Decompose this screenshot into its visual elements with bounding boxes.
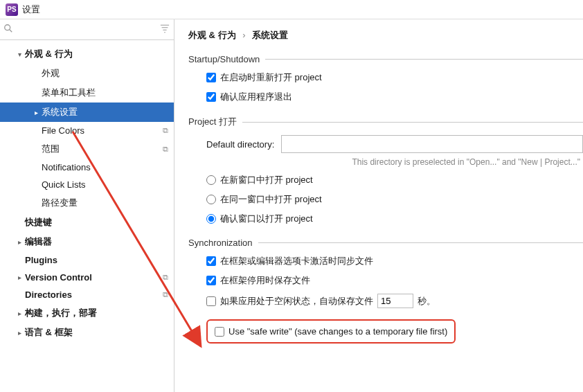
copy-icon: ⧉ xyxy=(163,273,168,282)
app-icon: PS xyxy=(6,3,18,16)
default-dir-hint: This directory is preselected in "Open..… xyxy=(206,157,583,167)
tree-item-15[interactable]: ▸语言 & 框架 xyxy=(0,323,174,342)
confirm-exit-label: 确认应用程序退出 xyxy=(220,91,292,103)
tree-item-label: Quick Lists xyxy=(42,179,86,190)
tree-item-14[interactable]: ▸构建，执行，部署 xyxy=(0,303,174,323)
copy-icon: ⧉ xyxy=(163,290,168,299)
open-new-window-radio[interactable] xyxy=(206,175,216,185)
confirm-exit-checkbox[interactable] xyxy=(206,92,216,102)
open-same-window-radio[interactable] xyxy=(206,195,216,204)
tree-item-label: Directories xyxy=(25,289,72,300)
sidebar: ▾外观 & 行为▸外观▸菜单和工具栏▸系统设置▸File Colors⧉▸范围⧉… xyxy=(0,19,174,392)
window-title: 设置 xyxy=(22,3,40,16)
chevron-down-icon: ▾ xyxy=(14,51,25,58)
tree-item-1[interactable]: ▸外观 xyxy=(0,64,174,83)
tree-item-4[interactable]: ▸File Colors⧉ xyxy=(0,122,174,139)
sync-deactivate-label: 在框架停用时保存文件 xyxy=(220,274,310,287)
idle-seconds-input[interactable] xyxy=(377,294,413,308)
safe-write-checkbox[interactable] xyxy=(215,327,224,337)
chevron-right-icon: ▸ xyxy=(30,109,42,116)
tree-item-label: 语言 & 框架 xyxy=(25,326,73,339)
search-input[interactable] xyxy=(14,23,160,36)
confirm-window-label: 确认窗口以打开 project xyxy=(220,213,313,225)
tree-item-label: File Colors xyxy=(42,125,84,136)
tree-item-12[interactable]: ▸Version Control⧉ xyxy=(0,269,174,286)
chevron-right-icon: ▸ xyxy=(14,310,25,317)
sync-activate-label: 在框架或编辑器选项卡激活时同步文件 xyxy=(220,255,373,267)
tree-item-label: 菜单和工具栏 xyxy=(42,87,96,99)
svg-line-1 xyxy=(10,30,12,33)
tree-item-label: Notifications xyxy=(42,162,91,172)
sync-group: Synchronization 在框架或编辑器选项卡激活时同步文件 在框架停用时… xyxy=(188,238,583,346)
tree-item-label: 范围 xyxy=(42,143,60,155)
breadcrumb: 外观 & 行为 › 系统设置 xyxy=(188,29,583,42)
content: 外观 & 行为 › 系统设置 Startup/Shutdown 在启动时重新打开… xyxy=(174,19,583,392)
breadcrumb-part: 外观 & 行为 xyxy=(188,30,236,40)
idle-save-label-post: 秒。 xyxy=(418,295,436,308)
search-icon xyxy=(3,24,14,35)
chevron-right-icon: ▸ xyxy=(14,274,25,281)
idle-save-checkbox[interactable] xyxy=(206,296,216,306)
main: ▾外观 & 行为▸外观▸菜单和工具栏▸系统设置▸File Colors⧉▸范围⧉… xyxy=(0,19,583,392)
project-open-group: Project 打开 Default directory: This direc… xyxy=(188,116,583,228)
tree-item-label: 编辑器 xyxy=(25,235,52,248)
reopen-checkbox[interactable] xyxy=(206,73,216,82)
tree-item-5[interactable]: ▸范围⧉ xyxy=(0,139,174,159)
tree-item-label: 外观 & 行为 xyxy=(25,48,73,60)
group-legend: Synchronization xyxy=(188,238,258,248)
chevron-right-icon: ▸ xyxy=(14,238,25,246)
svg-point-0 xyxy=(5,25,10,30)
reopen-label: 在启动时重新打开 project xyxy=(220,71,322,84)
copy-icon: ⧉ xyxy=(163,126,168,135)
tree-item-8[interactable]: ▸路径变量 xyxy=(0,193,174,213)
tree-item-7[interactable]: ▸Quick Lists xyxy=(0,176,174,193)
tree-item-11[interactable]: ▸Plugins xyxy=(0,251,174,269)
default-dir-label: Default directory: xyxy=(206,139,274,150)
tree-item-label: Version Control xyxy=(25,272,92,283)
tree-item-3[interactable]: ▸系统设置 xyxy=(0,103,174,122)
sync-deactivate-checkbox[interactable] xyxy=(206,276,216,285)
tree-item-6[interactable]: ▸Notifications xyxy=(0,159,174,176)
tree-item-10[interactable]: ▸编辑器 xyxy=(0,232,174,251)
startup-group: Startup/Shutdown 在启动时重新打开 project 确认应用程序… xyxy=(188,54,583,106)
titlebar: PS 设置 xyxy=(0,0,583,19)
tree-item-label: 系统设置 xyxy=(42,106,78,118)
group-legend: Startup/Shutdown xyxy=(188,54,265,64)
tree-item-label: 外观 xyxy=(42,67,60,80)
safe-write-label: Use "safe write" (save changes to a temp… xyxy=(228,326,447,337)
search-row xyxy=(0,19,174,40)
tree-item-2[interactable]: ▸菜单和工具栏 xyxy=(0,83,174,103)
tree-item-label: 构建，执行，部署 xyxy=(25,307,97,319)
tree-item-13[interactable]: ▸Directories⧉ xyxy=(0,286,174,303)
tree-item-label: 快捷键 xyxy=(25,216,52,229)
tree-item-0[interactable]: ▾外观 & 行为 xyxy=(0,44,174,64)
copy-icon: ⧉ xyxy=(163,145,168,154)
idle-save-label-pre: 如果应用处于空闲状态，自动保存文件 xyxy=(220,295,373,308)
group-legend: Project 打开 xyxy=(188,116,242,128)
tree-item-9[interactable]: ▸快捷键 xyxy=(0,213,174,232)
open-new-window-label: 在新窗口中打开 project xyxy=(220,174,313,186)
tree-item-label: 路径变量 xyxy=(42,197,78,209)
tree-item-label: Plugins xyxy=(25,255,57,265)
filter-icon[interactable] xyxy=(160,24,171,35)
chevron-right-icon: ▸ xyxy=(14,329,25,337)
sync-activate-checkbox[interactable] xyxy=(206,256,216,266)
breadcrumb-part: 系统设置 xyxy=(252,30,288,40)
settings-tree: ▾外观 & 行为▸外观▸菜单和工具栏▸系统设置▸File Colors⧉▸范围⧉… xyxy=(0,40,174,392)
default-dir-input[interactable] xyxy=(281,135,583,153)
confirm-window-radio[interactable] xyxy=(206,214,216,224)
open-same-window-label: 在同一窗口中打开 project xyxy=(220,193,322,206)
safe-write-highlight: Use "safe write" (save changes to a temp… xyxy=(206,319,456,344)
breadcrumb-sep: › xyxy=(242,30,245,40)
